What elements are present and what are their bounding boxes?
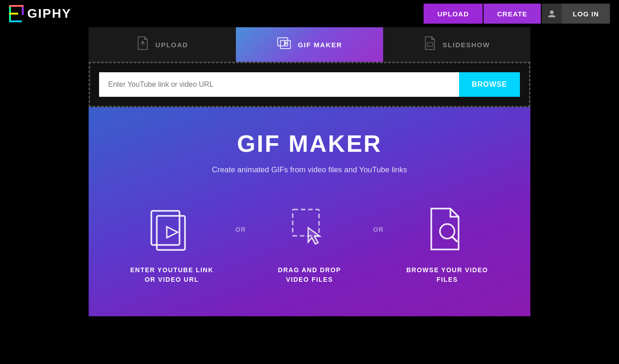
header-right: UPLOAD CREATE LOG IN [424, 4, 610, 24]
tab-upload[interactable]: UPLOAD [89, 27, 236, 62]
svg-rect-13 [293, 209, 319, 236]
drag-drop-icon [282, 202, 337, 256]
youtube-link-icon [145, 202, 199, 256]
upload-tab-icon [136, 36, 149, 53]
tab-upload-label: UPLOAD [155, 41, 188, 49]
logo-area: GIPHY [9, 5, 71, 22]
step-drag-drop: DRAG AND DROPVIDEO FILES [264, 202, 355, 284]
svg-marker-14 [308, 228, 320, 244]
promo-subtitle: Create animated GIFs from video files an… [107, 165, 512, 175]
upload-button[interactable]: UPLOAD [424, 4, 482, 24]
svg-rect-6 [278, 38, 288, 46]
svg-rect-4 [9, 13, 18, 15]
step-browse: BROWSE YOUR VIDEOFILES [402, 202, 493, 284]
svg-line-16 [452, 237, 457, 241]
user-icon-button[interactable] [542, 4, 562, 24]
svg-rect-3 [9, 20, 22, 22]
svg-marker-12 [167, 227, 178, 238]
giphy-logo-icon [9, 5, 24, 22]
svg-rect-2 [22, 7, 24, 15]
slideshow-tab-icon [424, 36, 436, 53]
login-button[interactable]: LOG IN [562, 4, 610, 24]
tab-gif-maker-label: GIF MAKER [298, 41, 342, 49]
create-button[interactable]: CREATE [484, 4, 541, 24]
step-youtube: ENTER YOUTUBE LINKOR VIDEO URL [126, 202, 217, 284]
svg-point-5 [550, 10, 554, 14]
user-icon [547, 9, 556, 18]
svg-rect-9 [427, 43, 433, 46]
url-input[interactable] [99, 72, 459, 97]
logo-text: GIPHY [27, 6, 71, 21]
tab-gif-maker[interactable]: GIF MAKER [236, 27, 383, 62]
tab-slideshow[interactable]: SLIDESHOW [383, 27, 530, 62]
dropzone: BROWSE [89, 62, 530, 107]
step-drag-drop-label: DRAG AND DROPVIDEO FILES [278, 265, 341, 284]
svg-marker-8 [284, 40, 288, 46]
step-browse-label: BROWSE YOUR VIDEOFILES [406, 265, 488, 284]
tab-slideshow-label: SLIDESHOW [443, 41, 490, 49]
or-label-1: OR [235, 226, 246, 260]
promo-title: GIF MAKER [107, 130, 512, 157]
gif-maker-tab-icon [277, 36, 291, 53]
promo-steps: ENTER YOUTUBE LINKOR VIDEO URL OR DRAG A… [107, 202, 512, 284]
login-area: LOG IN [542, 4, 610, 24]
header: GIPHY UPLOAD CREATE LOG IN [0, 0, 619, 27]
step-youtube-label: ENTER YOUTUBE LINKOR VIDEO URL [130, 265, 213, 284]
tabs-bar: UPLOAD GIF MAKER SLIDESHOW [89, 27, 530, 62]
browse-files-icon [420, 202, 474, 256]
promo-section: GIF MAKER Create animated GIFs from vide… [89, 107, 530, 316]
browse-button[interactable]: BROWSE [459, 72, 520, 97]
svg-rect-1 [9, 5, 24, 7]
or-label-2: OR [373, 226, 384, 260]
main-content: BROWSE GIF MAKER Create animated GIFs fr… [89, 62, 530, 316]
